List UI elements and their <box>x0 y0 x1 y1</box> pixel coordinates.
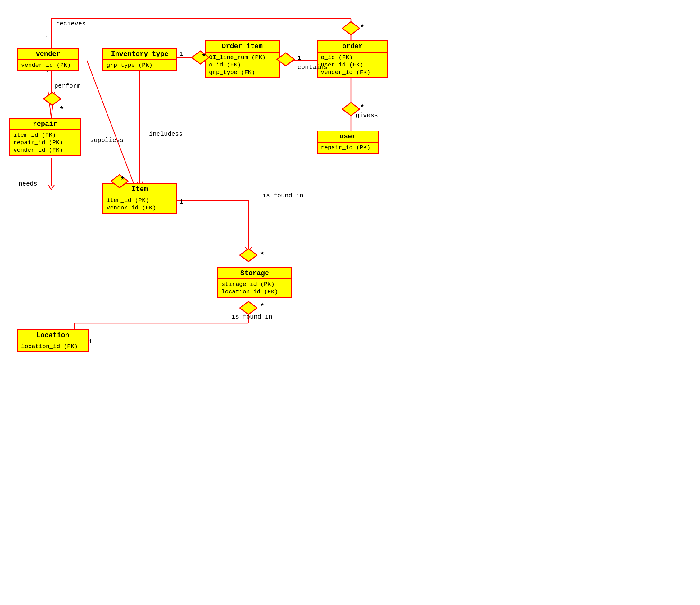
diamond-is-found-in-top <box>239 248 258 262</box>
label-1-order-left: 1 <box>298 54 301 62</box>
entity-inventory-type-title: Inventory type <box>103 49 176 60</box>
entity-storage-field-0: stirage_id (PK) <box>221 281 288 288</box>
entity-vender-title: vender <box>18 49 78 60</box>
label-givess: givess <box>356 112 378 119</box>
svg-marker-45 <box>44 92 61 105</box>
entity-order-body: o_id (FK) user_id (FK) vender_id (FK) <box>318 52 387 77</box>
entity-user-title: user <box>318 131 378 143</box>
label-star-orderitem: ★ <box>202 50 206 59</box>
entity-repair-field-0: item_id (FK) <box>14 131 77 139</box>
entity-location: Location location_id (PK) <box>17 330 89 353</box>
entity-order-field-0: o_id (FK) <box>321 54 384 61</box>
svg-marker-40 <box>277 53 294 66</box>
label-star-storage-bottom: ★ <box>260 300 264 308</box>
entity-location-title: Location <box>18 330 88 341</box>
entity-order-item-body: OI_line_num (PK) o_id (FK) grp_type (FK) <box>206 52 279 77</box>
entity-order-item-title: Order item <box>206 41 279 52</box>
svg-marker-41 <box>342 22 359 35</box>
entity-item-field-1: vendor_id (FK) <box>106 204 173 212</box>
label-suppliess: suppliess <box>90 137 124 144</box>
entity-order-field-1: user_id (FK) <box>321 61 384 69</box>
entity-storage-field-1: location_id (FK) <box>221 288 288 295</box>
entity-location-body: location_id (PK) <box>18 341 88 352</box>
entity-repair-body: item_id (FK) repair_id (PK) vender_id (F… <box>10 130 80 155</box>
entity-repair-field-2: vender_id (FK) <box>14 146 77 154</box>
label-contains: contains <box>298 64 327 71</box>
entity-storage-body: stirage_id (PK) location_id (FK) <box>218 280 291 297</box>
diamond-perform <box>43 92 61 106</box>
svg-marker-43 <box>240 248 257 262</box>
entity-item-body: item_id (PK) vendor_id (FK) <box>103 195 176 213</box>
entity-order-field-2: vender_id (FK) <box>321 69 384 76</box>
label-1-vender-perform: 1 <box>46 70 50 77</box>
entity-user: user repair_id (PK) <box>317 130 379 153</box>
entity-inventory-type-body: grp_type (PK) <box>103 60 176 70</box>
entity-order-item-field-0: OI_line_num (PK) <box>209 54 275 61</box>
entity-order: order o_id (FK) user_id (FK) vender_id (… <box>317 41 388 78</box>
diamond-suppliess <box>110 174 129 188</box>
entity-location-field-0: location_id (PK) <box>21 343 84 350</box>
entity-storage: Storage stirage_id (PK) location_id (FK) <box>217 267 292 298</box>
svg-marker-39 <box>192 51 209 64</box>
label-1-vender-top: 1 <box>46 34 50 41</box>
label-includess: includess <box>149 130 183 138</box>
label-is-found-in-bottom: is found in <box>231 313 272 320</box>
svg-line-9 <box>51 185 54 190</box>
entity-order-title: order <box>318 41 387 52</box>
label-recieves: recieves <box>56 20 86 27</box>
entity-item-field-0: item_id (PK) <box>106 197 173 204</box>
label-is-found-in-top: is found in <box>262 192 303 199</box>
diamond-recieves <box>342 21 360 35</box>
svg-line-8 <box>48 185 51 190</box>
entity-user-field-0: repair_id (PK) <box>321 144 375 151</box>
svg-marker-46 <box>111 175 128 188</box>
entity-order-item-field-1: o_id (FK) <box>209 61 275 69</box>
entity-user-body: repair_id (PK) <box>318 143 378 152</box>
label-star-order-top: ★ <box>360 21 364 29</box>
label-needs: needs <box>19 180 37 187</box>
entity-order-item: Order item OI_line_num (PK) o_id (FK) gr… <box>205 41 279 78</box>
entity-storage-title: Storage <box>218 268 291 280</box>
label-perform: perform <box>54 82 80 90</box>
diamond-contains <box>276 52 295 67</box>
entity-repair-title: repair <box>10 119 80 130</box>
label-1-inv-orderitem: 1 <box>179 50 183 57</box>
entity-order-item-field-2: grp_type (FK) <box>209 69 275 76</box>
diamond-includes <box>191 50 209 65</box>
entity-vender: vender vender_id (PK) <box>17 48 79 71</box>
entity-vender-field-0: vender_id (PK) <box>21 62 75 69</box>
entity-vender-body: vender_id (PK) <box>18 60 78 70</box>
label-1-location: 1 <box>89 338 92 345</box>
label-star-item: ★ <box>121 173 125 182</box>
entity-repair-field-1: repair_id (PK) <box>14 139 77 146</box>
entity-repair: repair item_id (FK) repair_id (PK) vende… <box>9 118 81 156</box>
label-star-user: ★ <box>360 101 364 110</box>
label-star-storage-top: ★ <box>260 248 264 257</box>
label-1-item-right: 1 <box>179 198 183 205</box>
entity-inventory-type: Inventory type grp_type (PK) <box>102 48 177 71</box>
svg-marker-44 <box>240 301 257 314</box>
entity-inventory-type-field-0: grp_type (PK) <box>106 62 173 69</box>
svg-line-38 <box>87 60 133 183</box>
label-star-repair: ★ <box>59 103 64 112</box>
